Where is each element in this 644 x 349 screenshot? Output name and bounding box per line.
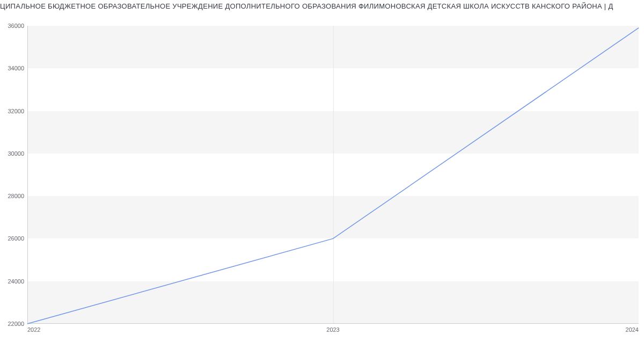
chart-plot-area: 22000 24000 26000 28000 30000 32000 3400… bbox=[27, 26, 639, 324]
y-tick-label: 24000 bbox=[3, 278, 24, 285]
y-tick-label: 26000 bbox=[3, 235, 24, 242]
chart-title: ЦИПАЛЬНОЕ БЮДЖЕТНОЕ ОБРАЗОВАТЕЛЬНОЕ УЧРЕ… bbox=[0, 2, 644, 10]
x-tick-label: 2022 bbox=[27, 326, 40, 333]
x-tick-label: 2023 bbox=[326, 326, 339, 333]
y-tick-label: 36000 bbox=[3, 23, 24, 29]
y-tick-label: 28000 bbox=[3, 193, 24, 199]
y-tick-label: 32000 bbox=[3, 108, 24, 114]
y-tick-label: 34000 bbox=[3, 65, 24, 71]
x-tick-label: 2024 bbox=[626, 326, 639, 333]
y-tick-label: 30000 bbox=[3, 150, 24, 157]
y-tick-label: 22000 bbox=[3, 321, 24, 327]
line-series bbox=[27, 26, 639, 324]
